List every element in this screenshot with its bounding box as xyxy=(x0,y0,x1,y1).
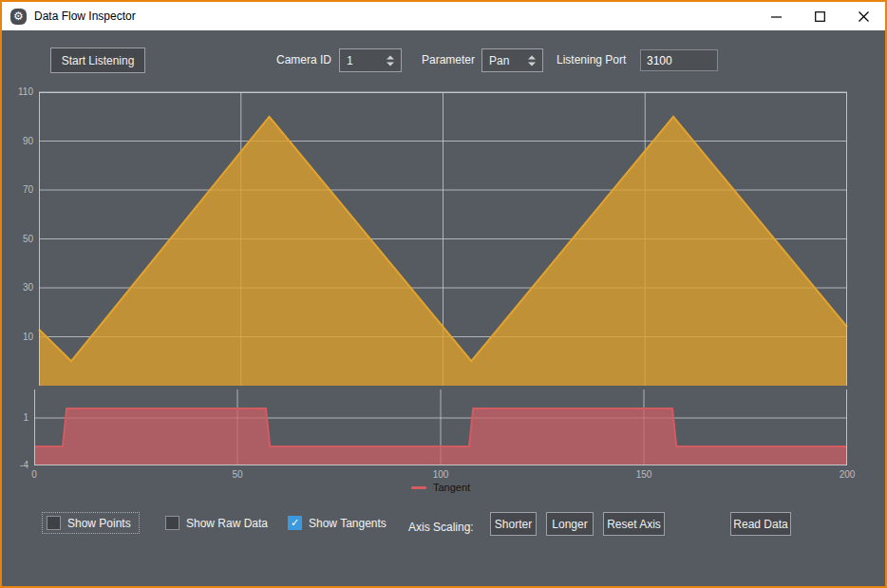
show-tangents-checkbox[interactable]: ✓ xyxy=(288,516,302,530)
show-points-checkbox[interactable]: ✓ xyxy=(47,516,61,530)
shorter-button[interactable]: Shorter xyxy=(490,512,537,536)
main-chart-svg xyxy=(39,92,847,386)
stepper-icon xyxy=(528,55,536,66)
close-icon xyxy=(859,11,869,22)
y-axis-tick-label: 1 xyxy=(0,412,28,423)
close-button[interactable] xyxy=(841,2,885,30)
read-data-button[interactable]: Read Data xyxy=(730,512,791,536)
longer-button[interactable]: Longer xyxy=(546,512,594,536)
x-axis-tick-label: 150 xyxy=(627,469,661,480)
gear-icon: ⚙ xyxy=(10,9,27,25)
camera-id-value: 1 xyxy=(347,54,353,67)
y-axis-tick-label: 50 xyxy=(1,234,33,244)
window-title: Data Flow Inspector xyxy=(34,9,136,23)
maximize-icon xyxy=(815,11,825,22)
show-tangents-label[interactable]: Show Tangents xyxy=(309,517,387,530)
minimize-icon xyxy=(771,11,782,22)
tangent-chart[interactable]: 1-4050100150200 xyxy=(34,389,847,465)
axis-scaling-label: Axis Scaling: xyxy=(408,521,474,534)
y-axis-tick-label: 110 xyxy=(1,86,33,97)
tangent-chart-svg xyxy=(34,389,847,465)
show-points-group: ✓ Show Points xyxy=(42,512,140,534)
legend-label: Tangent xyxy=(433,482,470,493)
y-axis-tick-label: 70 xyxy=(1,184,33,195)
y-axis-tick-label: 10 xyxy=(1,332,33,342)
listening-port-label: Listening Port xyxy=(557,53,626,66)
show-raw-data-checkbox[interactable]: ✓ xyxy=(165,516,179,530)
start-listening-button[interactable]: Start Listening xyxy=(50,47,145,73)
listening-port-input[interactable] xyxy=(640,49,718,71)
stepper-icon xyxy=(387,55,394,66)
y-axis-tick-label: 30 xyxy=(1,282,33,293)
maximize-button[interactable] xyxy=(798,2,841,30)
parameter-label: Parameter xyxy=(422,53,475,66)
check-icon: ✓ xyxy=(291,518,299,528)
camera-id-label: Camera ID xyxy=(276,53,331,66)
x-axis-tick-label: 0 xyxy=(17,469,51,480)
tangent-legend: Tangent xyxy=(34,482,847,493)
show-raw-data-label[interactable]: Show Raw Data xyxy=(186,517,268,530)
show-points-label[interactable]: Show Points xyxy=(67,517,131,530)
app-window: ⚙ Data Flow Inspector Start Listening Ca… xyxy=(0,0,887,588)
show-raw-data-group: ✓ Show Raw Data xyxy=(165,516,268,530)
gear-glyph: ⚙ xyxy=(13,10,24,22)
y-axis-tick-label: 90 xyxy=(1,136,33,146)
parameter-select[interactable]: Pan xyxy=(481,48,543,72)
minimize-button[interactable] xyxy=(754,2,798,30)
window-controls xyxy=(754,2,885,30)
main-chart[interactable]: 1109070503010 xyxy=(39,92,847,386)
show-tangents-group: ✓ Show Tangents xyxy=(288,516,387,530)
camera-id-select[interactable]: 1 xyxy=(339,48,402,72)
parameter-value: Pan xyxy=(489,54,509,67)
legend-swatch xyxy=(411,486,426,489)
titlebar: ⚙ Data Flow Inspector xyxy=(2,2,885,30)
x-axis-tick-label: 100 xyxy=(424,469,458,480)
x-axis-tick-label: 200 xyxy=(830,469,864,480)
x-axis-tick-label: 50 xyxy=(220,469,255,480)
reset-axis-button[interactable]: Reset Axis xyxy=(603,512,665,536)
